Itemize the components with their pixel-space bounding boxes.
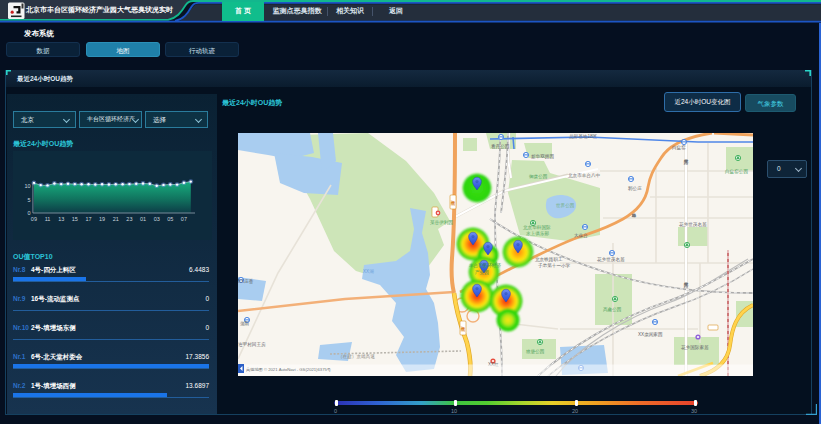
svg-text:09: 09 — [31, 216, 37, 222]
svg-text:07: 07 — [181, 216, 187, 222]
svg-text:01: 01 — [140, 216, 146, 222]
svg-text:13: 13 — [58, 216, 64, 222]
svg-text:03: 03 — [154, 216, 160, 222]
svg-text:大葆台: 大葆台 — [574, 233, 588, 238]
svg-text:XX庄香: XX庄香 — [238, 278, 254, 285]
svg-text:15: 15 — [72, 216, 78, 222]
svg-text:高德地图 © 2021 AutoNavi - GS(2021: 高德地图 © 2021 AutoNavi - GS(2021)6375号 — [246, 367, 332, 372]
svg-text:23: 23 — [126, 216, 132, 222]
svg-text:10: 10 — [24, 183, 30, 189]
svg-text:5: 5 — [27, 197, 30, 203]
svg-text:北京铁路职工: 北京铁路职工 — [535, 256, 563, 263]
svg-text:XX湖: XX湖 — [363, 269, 374, 274]
svg-text:19: 19 — [99, 216, 105, 222]
svg-text:17: 17 — [85, 216, 91, 222]
svg-text:新华双拥园: 新华双拥园 — [531, 153, 554, 160]
svg-text:05: 05 — [167, 216, 173, 222]
svg-text:看丹公园: 看丹公园 — [491, 143, 509, 150]
svg-text:丰台区循环经济: 丰台区循环经济 — [469, 262, 502, 269]
svg-text:11: 11 — [45, 216, 51, 222]
svg-text:21: 21 — [113, 216, 119, 222]
svg-text:子弟第十一小学: 子弟第十一小学 — [538, 263, 571, 268]
svg-text:（在建）京雄高速: （在建）京雄高速 — [338, 353, 375, 360]
